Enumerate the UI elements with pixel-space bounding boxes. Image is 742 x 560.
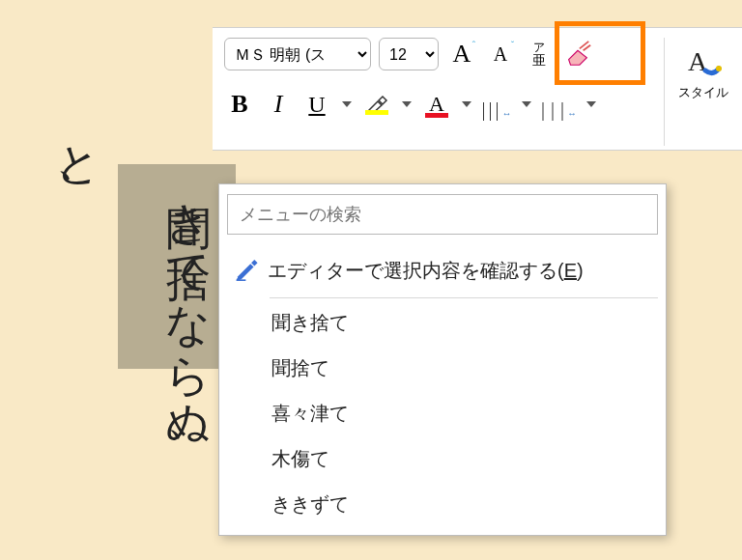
doc-text-col-1[interactable]: と、 [48, 116, 108, 211]
svg-marker-0 [569, 50, 587, 65]
font-size-select[interactable]: 12 [379, 38, 439, 70]
clear-formatting-button[interactable] [562, 38, 593, 70]
underline-dropdown[interactable] [342, 98, 354, 110]
font-color-swatch [425, 113, 448, 118]
doc-text-col-2[interactable]: 聞き捨てならぬ、 [158, 172, 218, 470]
editor-check-selection-item[interactable]: エディターで選択内容を確認する(E) [227, 246, 658, 295]
phonetic-bot: 亜 [532, 53, 546, 67]
font-color-dropdown[interactable] [462, 98, 473, 110]
char-spacing-wide-button[interactable]: ||| ↔ [541, 88, 577, 121]
menu-search-input[interactable] [227, 194, 658, 235]
styles-group[interactable]: A スタイル [665, 38, 736, 146]
ribbon-toolbar: ＭＳ 明朝 (ス 12 Aˆ Aˇ ア 亜 B I U [213, 27, 742, 151]
highlight-color-button[interactable] [361, 88, 392, 121]
styles-icon: A [684, 42, 723, 80]
char-spacing-wide-dropdown[interactable] [586, 98, 598, 110]
suggestion-item-0[interactable]: 聞き捨て [227, 300, 658, 346]
highlight-dropdown[interactable] [402, 98, 414, 110]
suggestion-item-2[interactable]: 喜々津て [227, 391, 658, 436]
char-spacing-narrow-button[interactable]: ||| ↔ [481, 88, 512, 121]
italic-button[interactable]: I [263, 88, 294, 121]
suggestion-item-1[interactable]: 聞捨て [227, 346, 658, 391]
underline-button[interactable]: U [301, 88, 332, 121]
svg-point-4 [716, 66, 722, 71]
context-menu: エディターで選択内容を確認する(E) 聞き捨て 聞捨て 喜々津て 木傷て ききず… [218, 183, 667, 536]
char-spacing-narrow-dropdown[interactable] [522, 98, 533, 110]
shrink-font-button[interactable]: Aˇ [485, 38, 516, 70]
font-color-button[interactable]: A [421, 88, 452, 121]
highlight-swatch [365, 110, 388, 115]
styles-label: スタイル [678, 84, 728, 101]
editor-item-label: エディターで選択内容を確認する(E) [268, 258, 584, 284]
phonetic-guide-button[interactable]: ア 亜 [524, 38, 555, 70]
suggestion-item-4[interactable]: ききずて [227, 482, 658, 527]
grow-font-button[interactable]: Aˆ [446, 38, 477, 70]
font-name-select[interactable]: ＭＳ 明朝 (ス [224, 38, 371, 70]
pen-icon [235, 256, 260, 286]
menu-divider [270, 297, 658, 298]
suggestion-item-3[interactable]: 木傷て [227, 436, 658, 482]
bold-button[interactable]: B [224, 88, 255, 121]
